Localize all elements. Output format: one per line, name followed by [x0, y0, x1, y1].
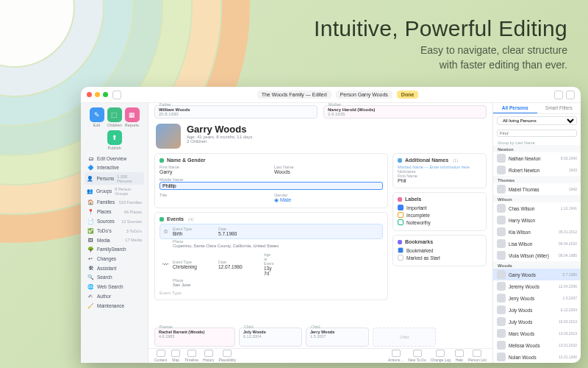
event-row[interactable]: 〰 Event TypeChristening Date12.07.1980 A…: [159, 250, 383, 278]
checkbox-row[interactable]: Bookmarked: [398, 247, 481, 254]
doc-title[interactable]: The Woods Family — Edited: [257, 91, 331, 99]
mother-card[interactable]: Mother Nancy Harold (Woods) 2.9.1935: [323, 105, 487, 118]
checkbox-row[interactable]: Important: [398, 204, 481, 211]
close-icon[interactable]: [87, 92, 92, 97]
title-field[interactable]: [159, 197, 268, 202]
person-row[interactable]: Joly Woods6.12.2004: [493, 304, 581, 316]
sidebar-item-maintenance[interactable]: 🧹Maintenance: [85, 301, 144, 311]
tile-children[interactable]: ⬚: [107, 107, 122, 122]
sidebar-item-families[interactable]: 🏠Families533 Families: [85, 197, 144, 207]
toolbar-history[interactable]: History: [203, 350, 215, 362]
sidebar-item-media[interactable]: 🖼Media17 Media: [85, 236, 144, 244]
sidebar-item-todo-s[interactable]: ✅ToDo's3 ToDo's: [85, 226, 144, 236]
checkbox-icon[interactable]: [398, 219, 404, 225]
first-name-field[interactable]: Garry: [159, 169, 268, 174]
checkbox-row[interactable]: Marked as Start: [398, 254, 481, 261]
avatar: [497, 166, 506, 174]
checkbox-icon[interactable]: [398, 205, 404, 210]
titlebar: The Woods Family — Edited Person Garry W…: [81, 87, 581, 103]
toolbar-plausibility[interactable]: Plausibility: [219, 350, 237, 362]
sidebar-item-edit-overview[interactable]: 🗂Edit Overview: [85, 154, 144, 163]
toolbar-sidebar-button[interactable]: [566, 91, 575, 99]
toolbar-back-button[interactable]: [112, 91, 121, 99]
breadcrumb[interactable]: Person Garry Woods: [336, 91, 392, 99]
hero-title: Intuitive, Powerful Editing: [314, 16, 567, 41]
person-row[interactable]: Jerry Woods1.5.2007: [493, 292, 581, 304]
child-card[interactable]: ChildJerry Woods1.5.2007: [306, 328, 369, 347]
main-panel: Father William Woods 25.8.1930 Mother Na…: [148, 103, 492, 363]
filter-select[interactable]: All living Persons: [497, 116, 577, 125]
person-row[interactable]: Viola Wilson (Wiler)08.04.1985: [493, 250, 581, 261]
tile-reports[interactable]: ▦: [125, 107, 140, 122]
tab-smart-filters[interactable]: Smart Filters: [537, 103, 581, 113]
toolbar-timeline[interactable]: Timeline: [184, 350, 198, 362]
children-strip: Partner Rachel Barnett (Woods) 4.6.1983 …: [148, 326, 492, 348]
checkbox-icon[interactable]: [398, 247, 404, 253]
toolbar-context[interactable]: Context: [154, 350, 167, 362]
person-row[interactable]: Nolan Woods12.01.1940: [493, 351, 581, 363]
checkbox-icon[interactable]: [398, 212, 404, 218]
person-row[interactable]: Garry Woods5.7.1980: [493, 269, 581, 280]
event-icon: 〰: [162, 261, 168, 268]
window-controls[interactable]: [87, 92, 108, 97]
person-row[interactable]: Harry Wilson: [493, 214, 581, 226]
person-row[interactable]: Kia Wilson05.01.2012: [493, 226, 581, 238]
app-window: The Woods Family — Edited Person Garry W…: [81, 87, 581, 363]
find-input[interactable]: [497, 130, 577, 137]
sidebar-item-interactive[interactable]: 🔷Interactive: [85, 163, 144, 172]
person-row[interactable]: Robert Newton1943: [493, 164, 581, 176]
person-header: Garry Woods Age: 41 years, 8 months, 11 …: [148, 121, 492, 153]
hero-sub1: Easy to navigate, clear structure: [314, 44, 567, 56]
middle-name-field[interactable]: [159, 182, 383, 190]
gender-field[interactable]: ◉ Male: [274, 197, 383, 203]
add-child-card[interactable]: Child: [373, 328, 436, 347]
avatar: [497, 270, 506, 279]
sidebar-item-assistant[interactable]: 🛠Assistant: [85, 263, 144, 272]
sidebar-item-changes[interactable]: ↩︎Changes: [85, 254, 144, 263]
person-row[interactable]: Melissa Woods13.01.2010: [493, 339, 581, 351]
toolbar-share-button[interactable]: [554, 91, 563, 99]
toolbar-help[interactable]: Help: [455, 350, 464, 362]
toolbar-person-list[interactable]: Person List: [468, 350, 487, 362]
event-row[interactable]: ☆ Event TypeBirth Date5.7.1980: [159, 224, 383, 239]
checkbox-row[interactable]: Incomplete: [398, 211, 481, 219]
sidebar-item-familysearch[interactable]: 🌳FamilySearch: [85, 244, 144, 254]
partner-card[interactable]: Partner Rachel Barnett (Woods) 4.6.1983: [154, 328, 235, 347]
person-row[interactable]: Lisa Wilson04.04.2010: [493, 238, 581, 250]
father-card[interactable]: Father William Woods 25.8.1930: [154, 105, 318, 118]
toolbar-actions-[interactable]: Actions…: [388, 350, 404, 362]
group-by[interactable]: Group by Last Name: [493, 139, 581, 145]
minimize-icon[interactable]: [95, 92, 100, 97]
avatar: [497, 204, 506, 213]
person-row[interactable]: July Woods19.03.2013: [493, 316, 581, 328]
avatar: [497, 341, 506, 350]
toolbar-new-to-do[interactable]: New To Do: [408, 350, 426, 362]
person-row[interactable]: Chas Wilson1.12.1941: [493, 202, 581, 214]
toolbar-change-log[interactable]: Change Log: [431, 350, 451, 362]
person-row[interactable]: Mabel Thomas1942: [493, 183, 581, 195]
avatar[interactable]: [156, 124, 181, 149]
person-row[interactable]: Marc Woods13.03.2013: [493, 328, 581, 339]
tile-edit[interactable]: ✎: [90, 107, 104, 122]
sidebar-item-web-search[interactable]: 🌐Web Search: [85, 282, 144, 291]
child-card[interactable]: ChildJoly Woods6.12.2004: [239, 328, 302, 347]
done-button[interactable]: Done: [397, 91, 419, 99]
bookmarks-card: Bookmarks BookmarkedMarked as Start: [392, 235, 487, 266]
sidebar-item-places[interactable]: 📍Places46 Places: [85, 207, 144, 216]
sidebar-item-sources[interactable]: 📄Sources12 Sources: [85, 216, 144, 226]
tab-all-persons[interactable]: All Persons: [493, 103, 537, 113]
sidebar-item-search[interactable]: 🔍Search: [85, 272, 144, 282]
last-name-field[interactable]: Woods: [274, 169, 383, 174]
person-row[interactable]: Nathan Newton9.03.1940: [493, 152, 581, 164]
toolbar-map[interactable]: Map: [171, 350, 180, 362]
sidebar-item-persons[interactable]: 👤Persons1,508 Persons: [85, 172, 144, 185]
checkbox-icon[interactable]: [398, 255, 404, 261]
person-row[interactable]: Jeremy Woods12.04.2006: [493, 280, 581, 292]
add-event-row[interactable]: Event Type: [159, 289, 383, 295]
sidebar-item-groups[interactable]: 👥Groups8 Person Groups: [85, 185, 144, 197]
checkbox-row[interactable]: Noteworthy: [398, 219, 481, 226]
tile-publish[interactable]: ⬆: [107, 130, 122, 145]
avatar: [497, 251, 506, 260]
sidebar-item-author[interactable]: ✍︎Author: [85, 291, 144, 301]
zoom-icon[interactable]: [103, 92, 108, 97]
